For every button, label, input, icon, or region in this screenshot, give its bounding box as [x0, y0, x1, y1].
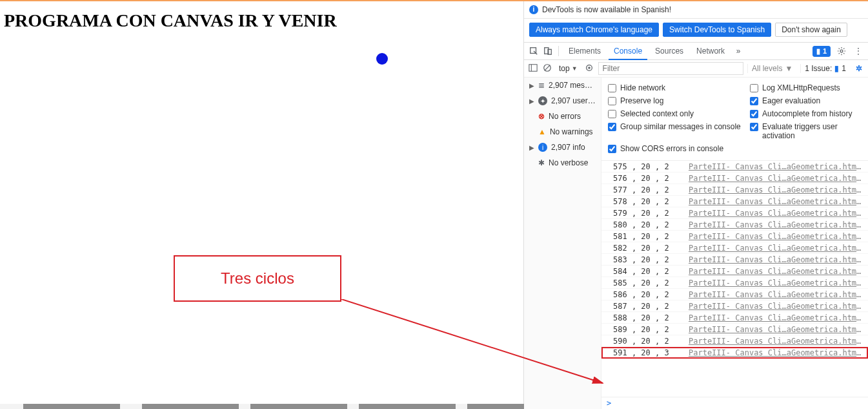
log-row[interactable]: 575 , 20 , 2ParteIII- Canvas Cli…aGeomet…: [601, 161, 868, 173]
svg-point-10: [588, 67, 590, 69]
error-icon: ⊗: [538, 112, 545, 121]
chk-hide-network[interactable]: Hide network: [608, 81, 743, 94]
gear-icon[interactable]: [836, 45, 847, 57]
tab-elements[interactable]: Elements: [563, 43, 606, 59]
log-source-link[interactable]: ParteIII- Canvas Cli…aGeometrica.html:26: [689, 162, 863, 171]
tab-sources[interactable]: Sources: [650, 43, 689, 59]
log-source-link[interactable]: ParteIII- Canvas Cli…aGeometrica.html:26: [689, 244, 863, 253]
chk-preserve-log[interactable]: Preserve log: [608, 94, 743, 107]
console-log-list[interactable]: 575 , 20 , 2ParteIII- Canvas Cli…aGeomet…: [601, 161, 868, 397]
match-language-button[interactable]: Always match Chrome's language: [529, 23, 659, 37]
log-row[interactable]: 590 , 20 , 2ParteIII- Canvas Cli…aGeomet…: [601, 335, 868, 347]
caret-icon: ▶: [529, 82, 534, 89]
list-icon: ≣: [538, 81, 545, 90]
dismiss-banner-button[interactable]: Don't show again: [775, 23, 847, 37]
log-row[interactable]: 582 , 20 , 2ParteIII- Canvas Cli…aGeomet…: [601, 242, 868, 254]
live-expression-icon[interactable]: [584, 63, 594, 74]
log-row[interactable]: 587 , 20 , 2ParteIII- Canvas Cli…aGeomet…: [601, 300, 868, 312]
log-row[interactable]: 581 , 20 , 2ParteIII- Canvas Cli…aGeomet…: [601, 231, 868, 242]
chk-eager-eval[interactable]: Eager evaluation: [750, 94, 862, 107]
log-source-link[interactable]: ParteIII- Canvas Cli…aGeometrica.html:26: [689, 174, 863, 183]
log-source-link[interactable]: ParteIII- Canvas Cli…aGeometrica.html:26: [689, 197, 863, 206]
log-source-link[interactable]: ParteIII- Canvas Cli…aGeometrica.html:26: [689, 255, 863, 264]
levels-selector[interactable]: All levels ▼: [747, 64, 796, 73]
log-row[interactable]: 588 , 20 , 2ParteIII- Canvas Cli…aGeomet…: [601, 312, 868, 324]
log-row[interactable]: 577 , 20 , 2ParteIII- Canvas Cli…aGeomet…: [601, 184, 868, 196]
log-values: 584 , 20 , 2: [613, 267, 669, 276]
log-row[interactable]: 586 , 20 , 2ParteIII- Canvas Cli…aGeomet…: [601, 289, 868, 300]
chk-show-cors[interactable]: Show CORS errors in console: [608, 142, 862, 155]
chk-eval-triggers[interactable]: Evaluate triggers user activation: [750, 120, 862, 142]
sidebar-item-verbose[interactable]: ✱ No verbose: [524, 155, 601, 171]
log-values: 583 , 20 , 2: [613, 255, 669, 264]
device-toggle-icon[interactable]: [542, 45, 554, 57]
caret-icon: ▶: [529, 98, 534, 105]
log-source-link[interactable]: ParteIII- Canvas Cli…aGeometrica.html:26: [689, 290, 863, 299]
clear-console-icon[interactable]: [542, 63, 552, 74]
tab-console[interactable]: Console: [609, 43, 647, 60]
sidebar-item-user[interactable]: ▶ ✦ 2,907 user ...: [524, 93, 601, 109]
tab-network[interactable]: Network: [691, 43, 730, 59]
log-source-link[interactable]: ParteIII- Canvas Cli…aGeometrica.html:26: [689, 302, 863, 311]
log-values: 591 , 20 , 3: [613, 348, 669, 357]
log-source-link[interactable]: ParteIII- Canvas Cli…aGeometrica.html:26: [689, 220, 863, 229]
log-source-link[interactable]: ParteIII- Canvas Cli…aGeometrica.html:26: [689, 185, 863, 194]
log-source-link[interactable]: ParteIII- Canvas Cli…aGeometrica.html:26: [689, 348, 863, 357]
log-row[interactable]: 584 , 20 , 2ParteIII- Canvas Cli…aGeomet…: [601, 266, 868, 277]
sidebar-item-info[interactable]: ▶ i 2,907 info: [524, 140, 601, 155]
log-values: 590 , 20 , 2: [613, 337, 669, 346]
sidebar-toggle-icon[interactable]: [528, 63, 538, 74]
inspect-icon[interactable]: [528, 45, 540, 57]
log-values: 586 , 20 , 2: [613, 290, 669, 299]
annotation-text: Tres ciclos: [221, 269, 294, 288]
log-source-link[interactable]: ParteIII- Canvas Cli…aGeometrica.html:26: [689, 209, 863, 218]
annotation-box: Tres ciclos: [174, 255, 341, 302]
log-row[interactable]: 583 , 20 , 2ParteIII- Canvas Cli…aGeomet…: [601, 254, 868, 266]
log-source-link[interactable]: ParteIII- Canvas Cli…aGeometrica.html:26: [689, 278, 863, 288]
chk-selected-context[interactable]: Selected context only: [608, 107, 743, 120]
log-row[interactable]: 578 , 20 , 2ParteIII- Canvas Cli…aGeomet…: [601, 196, 868, 207]
console-settings-panel: Hide network Log XMLHttpRequests Preserv…: [601, 78, 868, 161]
chat-icon: ▮: [816, 47, 820, 56]
sidebar-item-errors[interactable]: ⊗ No errors: [524, 109, 601, 124]
devtools-panel: i DevTools is now available in Spanish! …: [524, 1, 868, 409]
issues-button[interactable]: 1 Issue: ▮ 1: [800, 64, 850, 73]
chevron-down-icon: ▼: [785, 64, 792, 73]
warning-icon: ▲: [538, 127, 546, 136]
more-tabs-icon[interactable]: »: [732, 45, 744, 57]
console-prompt[interactable]: >: [601, 397, 868, 409]
log-row[interactable]: 580 , 20 , 2ParteIII- Canvas Cli…aGeomet…: [601, 219, 868, 231]
log-source-link[interactable]: ParteIII- Canvas Cli…aGeometrica.html:26: [689, 337, 863, 346]
log-row[interactable]: 591 , 20 , 3ParteIII- Canvas Cli…aGeomet…: [601, 347, 868, 359]
sidebar-item-messages[interactable]: ▶ ≣ 2,907 messa...: [524, 78, 601, 93]
chk-group-similar[interactable]: Group similar messages in console: [608, 120, 743, 142]
log-values: 577 , 20 , 2: [613, 185, 669, 194]
taskbar-strip: [0, 404, 524, 409]
sidebar-item-warnings[interactable]: ▲ No warnings: [524, 124, 601, 140]
log-row[interactable]: 589 , 20 , 2ParteIII- Canvas Cli…aGeomet…: [601, 324, 868, 335]
log-source-link[interactable]: ParteIII- Canvas Cli…aGeometrica.html:26: [689, 232, 863, 241]
log-source-link[interactable]: ParteIII- Canvas Cli…aGeometrica.html:26: [689, 267, 863, 276]
log-source-link[interactable]: ParteIII- Canvas Cli…aGeometrica.html:26: [689, 325, 863, 334]
log-values: 579 , 20 , 2: [613, 209, 669, 218]
context-selector[interactable]: top ▼: [556, 63, 580, 74]
filter-input[interactable]: [598, 62, 743, 75]
info-icon: i: [538, 143, 547, 152]
language-banner: i DevTools is now available in Spanish!: [524, 1, 868, 19]
log-row[interactable]: 579 , 20 , 2ParteIII- Canvas Cli…aGeomet…: [601, 207, 868, 219]
settings-gear-active-icon[interactable]: ✲: [854, 64, 864, 73]
log-row[interactable]: 585 , 20 , 2ParteIII- Canvas Cli…aGeomet…: [601, 277, 868, 289]
kebab-icon[interactable]: ⋮: [853, 45, 864, 57]
issue-icon: ▮: [834, 64, 839, 73]
language-actions: Always match Chrome's language Switch De…: [524, 19, 868, 43]
chk-autocomplete[interactable]: Autocomplete from history: [750, 107, 862, 120]
switch-language-button[interactable]: Switch DevTools to Spanish: [663, 23, 771, 37]
log-values: 575 , 20 , 2: [613, 162, 669, 171]
console-sidebar: ▶ ≣ 2,907 messa... ▶ ✦ 2,907 user ... ⊗ …: [524, 78, 601, 409]
chk-log-xhr[interactable]: Log XMLHttpRequests: [750, 81, 862, 94]
devtools-tabs: Elements Console Sources Network » ▮ 1 ⋮: [524, 43, 868, 60]
messages-badge[interactable]: ▮ 1: [812, 46, 831, 57]
log-source-link[interactable]: ParteIII- Canvas Cli…aGeometrica.html:26: [689, 313, 863, 322]
log-values: 588 , 20 , 2: [613, 313, 669, 322]
log-row[interactable]: 576 , 20 , 2ParteIII- Canvas Cli…aGeomet…: [601, 173, 868, 184]
